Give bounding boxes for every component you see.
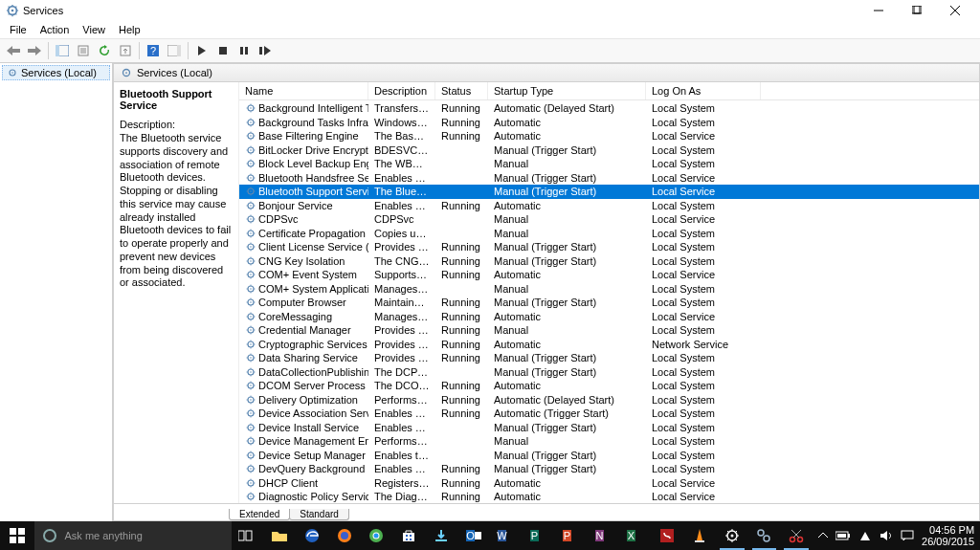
svg-point-93: [341, 532, 348, 539]
minimize-button[interactable]: [859, 1, 898, 20]
app-edge[interactable]: [296, 521, 328, 550]
service-row[interactable]: COM+ System ApplicationManages th...Manu…: [239, 282, 979, 297]
export-button[interactable]: [116, 41, 135, 60]
service-row[interactable]: Background Tasks Infrastru...Windows in.…: [239, 116, 979, 130]
svg-point-120: [791, 538, 795, 542]
service-row[interactable]: Device Association ServiceEnables pair..…: [239, 407, 979, 421]
app-snipping[interactable]: [780, 521, 813, 550]
col-logon[interactable]: Log On As: [646, 82, 761, 99]
main-panel: Services (Local) Bluetooth Support Servi…: [113, 63, 980, 521]
menu-view[interactable]: View: [77, 23, 111, 36]
svg-rect-4: [914, 6, 922, 13]
app-powerpoint[interactable]: P: [554, 521, 587, 550]
tray-volume-icon[interactable]: [880, 530, 893, 541]
menu-help[interactable]: Help: [113, 23, 146, 36]
show-hide-tree-button[interactable]: [53, 41, 72, 60]
app-onenote[interactable]: N: [587, 521, 619, 550]
service-row[interactable]: Client License Service (ClipS...Provides…: [239, 240, 979, 254]
app-excel[interactable]: X: [619, 521, 652, 550]
app-firefox[interactable]: [328, 521, 361, 550]
help-button[interactable]: ?: [144, 41, 163, 60]
app-acrobat[interactable]: [651, 521, 683, 550]
service-row[interactable]: CoreMessagingManages co...RunningAutomat…: [239, 310, 979, 324]
start-button[interactable]: [0, 521, 34, 550]
close-button[interactable]: [936, 1, 974, 20]
col-status[interactable]: Status: [435, 82, 488, 99]
service-row[interactable]: BitLocker Drive Encryption ...BDESVC hos…: [239, 143, 979, 158]
system-tray[interactable]: 04:56 PM 26/09/2015: [813, 524, 980, 547]
service-startup: Manual (Trigger Start): [488, 422, 646, 433]
service-row[interactable]: Delivery OptimizationPerforms co...Runni…: [239, 393, 979, 407]
service-row[interactable]: Cryptographic ServicesProvides thr...Run…: [239, 338, 979, 352]
service-row[interactable]: DHCP ClientRegisters an...RunningAutomat…: [239, 476, 979, 491]
tray-chevron-icon[interactable]: [818, 531, 828, 540]
service-status: Running: [435, 200, 488, 211]
service-row[interactable]: Bonjour ServiceEnables har...RunningAuto…: [239, 199, 979, 213]
service-name: DCOM Server Process Laun...: [258, 380, 368, 391]
service-name: Diagnostic Policy Service: [258, 491, 368, 502]
restart-service-button[interactable]: [256, 41, 275, 60]
task-view-button[interactable]: [232, 521, 264, 550]
service-row[interactable]: CDPSvcCDPSvcManualLocal Service: [239, 212, 979, 227]
service-row[interactable]: Diagnostic Policy ServiceThe Diagno...Ru…: [239, 490, 979, 503]
service-row[interactable]: Computer BrowserMaintains a...RunningMan…: [239, 296, 979, 310]
service-row[interactable]: Bluetooth Support ServiceThe Bluetoo...M…: [239, 185, 979, 199]
service-row[interactable]: Data Sharing ServiceProvides da...Runnin…: [239, 351, 979, 365]
service-row[interactable]: Device Setup ManagerEnables the ...Manua…: [239, 449, 979, 463]
service-row[interactable]: DataCollectionPublishingSe...The DCP (D.…: [239, 365, 979, 380]
service-row[interactable]: Base Filtering EngineThe Base Fil...Runn…: [239, 129, 979, 143]
tab-standard[interactable]: Standard: [289, 509, 349, 520]
tray-battery-icon[interactable]: [835, 531, 851, 540]
app-store[interactable]: [392, 521, 425, 550]
app-chrome[interactable]: [361, 521, 393, 550]
service-row[interactable]: COM+ Event SystemSupports Sy...RunningAu…: [239, 268, 979, 282]
service-row[interactable]: CNG Key IsolationThe CNG ke...RunningMan…: [239, 254, 979, 269]
svg-rect-19: [240, 47, 243, 55]
start-service-button[interactable]: [192, 41, 212, 60]
app-file-explorer[interactable]: [263, 521, 296, 550]
service-list[interactable]: Name Description Status Startup Type Log…: [238, 82, 979, 503]
tab-extended[interactable]: Extended: [229, 509, 290, 520]
search-box[interactable]: Ask me anything: [34, 521, 232, 550]
tray-notifications-icon[interactable]: [901, 530, 914, 541]
col-name[interactable]: Name: [239, 82, 368, 99]
properties-button[interactable]: [74, 41, 93, 60]
service-row[interactable]: DCOM Server Process Laun...The DCOM...Ru…: [239, 379, 979, 393]
service-row[interactable]: Block Level Backup Engine ...The WBENG..…: [239, 157, 979, 171]
app-publisher[interactable]: P: [522, 521, 554, 550]
service-row[interactable]: DevQuery Background Disc...Enables app..…: [239, 462, 979, 476]
stop-service-button[interactable]: [213, 41, 233, 60]
maximize-button[interactable]: [898, 1, 936, 20]
refresh-button[interactable]: [95, 41, 114, 60]
column-headers[interactable]: Name Description Status Startup Type Log…: [239, 82, 979, 100]
service-name: DHCP Client: [258, 477, 318, 489]
svg-text:N: N: [595, 530, 603, 541]
col-description[interactable]: Description: [368, 82, 435, 99]
pause-service-button[interactable]: [234, 41, 254, 60]
service-row[interactable]: Credential ManagerProvides se...RunningM…: [239, 323, 979, 338]
app-downloads[interactable]: [425, 521, 457, 550]
service-row[interactable]: Device Management Enroll...Performs D...…: [239, 434, 979, 449]
app-vlc[interactable]: [683, 521, 716, 550]
service-row[interactable]: Device Install ServiceEnables a c...Manu…: [239, 421, 979, 435]
app-settings[interactable]: [716, 521, 748, 550]
menu-action[interactable]: Action: [34, 23, 76, 36]
app-word[interactable]: W: [490, 521, 523, 550]
app-services[interactable]: [748, 521, 781, 550]
tree-services-local[interactable]: Services (Local): [2, 65, 110, 80]
forward-button[interactable]: [25, 41, 44, 60]
console-tree[interactable]: Services (Local): [0, 63, 113, 521]
svg-rect-18: [219, 47, 227, 55]
svg-rect-86: [10, 537, 16, 543]
tray-network-icon[interactable]: [858, 530, 872, 541]
back-button[interactable]: [4, 41, 23, 60]
col-startup[interactable]: Startup Type: [488, 82, 646, 99]
tray-clock[interactable]: 04:56 PM 26/09/2015: [922, 524, 974, 547]
service-row[interactable]: Bluetooth Handsfree ServiceEnables wir..…: [239, 171, 979, 186]
service-row[interactable]: Background Intelligent Tran...Transfers …: [239, 101, 979, 116]
app-outlook[interactable]: O: [457, 521, 490, 550]
service-row[interactable]: Certificate PropagationCopies user ...Ma…: [239, 227, 979, 241]
action-pane-button[interactable]: [165, 41, 184, 60]
taskbar[interactable]: Ask me anything O W P P N X 04:56 PM 26/…: [0, 521, 980, 550]
menu-file[interactable]: File: [4, 23, 33, 36]
